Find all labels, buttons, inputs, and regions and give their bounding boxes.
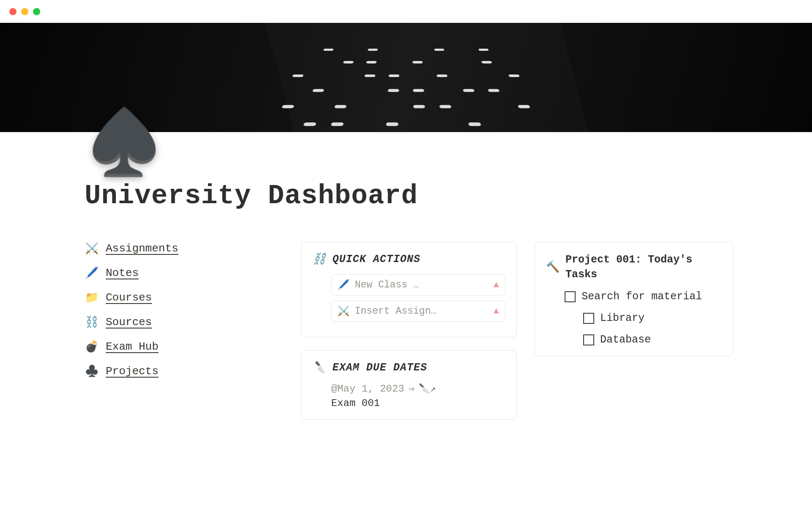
exam-due-dates-card: 🔪 EXAM DUE DATES @May 1, 2023 ⇒ 🔪↗ Exam … xyxy=(301,350,517,420)
close-window-dot[interactable] xyxy=(9,8,16,15)
window-traffic-lights xyxy=(0,0,812,23)
card-title: QUICK ACTIONS xyxy=(332,253,420,265)
todo-label: Database xyxy=(600,334,651,346)
card-header: 🔪 EXAM DUE DATES xyxy=(313,361,505,374)
maximize-window-dot[interactable] xyxy=(33,8,40,15)
swords-icon: ⚔️ xyxy=(85,242,99,255)
button-label: New Class … xyxy=(355,279,488,290)
minimize-window-dot[interactable] xyxy=(21,8,28,15)
hammer-icon: 🔨 xyxy=(546,260,560,274)
chains-icon: ⛓️ xyxy=(85,315,99,329)
arrow-icon: ⇒ xyxy=(409,383,414,395)
exam-link-icon[interactable]: 🔪↗ xyxy=(419,383,436,395)
exam-name[interactable]: Exam 001 xyxy=(331,398,505,409)
sidebar-nav: ⚔️ Assignments 🖊️ Notes 📁 Courses ⛓️ Sou… xyxy=(85,242,283,378)
nav-courses[interactable]: 📁 Courses xyxy=(85,291,283,304)
knife-icon: 🔪 xyxy=(313,361,326,374)
nav-label: Assignments xyxy=(106,242,178,255)
checkbox[interactable] xyxy=(565,291,576,302)
nav-projects[interactable]: ♣️ Projects xyxy=(85,364,283,378)
page-title[interactable]: University Dashboard xyxy=(85,181,727,211)
checkbox[interactable] xyxy=(583,313,594,324)
exam-date[interactable]: @May 1, 2023 xyxy=(331,383,404,395)
nav-label: Courses xyxy=(106,291,152,304)
new-class-button[interactable]: 🖊️ New Class … ▲ xyxy=(331,274,505,295)
card-header: ⛓️ QUICK ACTIONS xyxy=(313,252,505,266)
pen-icon: 🖊️ xyxy=(337,279,350,291)
insert-assignment-button[interactable]: ⚔️ Insert Assign… ▲ xyxy=(331,301,505,322)
card-header: 🔨 Project 001: Today's Tasks xyxy=(546,252,722,282)
warning-icon: ▲ xyxy=(494,306,499,317)
project-tasks-card: 🔨 Project 001: Today's Tasks Search for … xyxy=(535,242,733,356)
card-title: Project 001: Today's Tasks xyxy=(565,252,722,282)
todo-label: Search for material xyxy=(582,290,702,303)
nav-assignments[interactable]: ⚔️ Assignments xyxy=(85,242,283,255)
button-label: Insert Assign… xyxy=(355,306,488,317)
chains-icon: ⛓️ xyxy=(313,252,326,266)
card-title: EXAM DUE DATES xyxy=(332,362,427,374)
nav-label: Exam Hub xyxy=(106,340,159,353)
nav-label: Notes xyxy=(106,267,139,279)
club-icon: ♣️ xyxy=(85,364,99,378)
bomb-icon: 💣 xyxy=(85,340,99,353)
warning-icon: ▲ xyxy=(494,280,499,290)
nav-label: Projects xyxy=(106,365,159,378)
swords-icon: ⚔️ xyxy=(337,305,350,317)
nav-sources[interactable]: ⛓️ Sources xyxy=(85,315,283,329)
nav-label: Sources xyxy=(106,316,152,329)
nav-exam-hub[interactable]: 💣 Exam Hub xyxy=(85,340,283,353)
page-emoji-icon[interactable]: ♠️ xyxy=(85,105,164,183)
todo-item[interactable]: Search for material xyxy=(565,290,722,303)
nav-notes[interactable]: 🖊️ Notes xyxy=(85,266,283,280)
quick-actions-card: ⛓️ QUICK ACTIONS 🖊️ New Class … ▲ ⚔️ Ins… xyxy=(301,242,517,337)
todo-item-sub[interactable]: Database xyxy=(583,334,722,346)
todo-label: Library xyxy=(600,312,645,324)
folder-icon: 📁 xyxy=(85,291,99,304)
checkbox[interactable] xyxy=(583,334,594,345)
pen-icon: 🖊️ xyxy=(85,266,99,280)
todo-item-sub[interactable]: Library xyxy=(583,312,722,324)
